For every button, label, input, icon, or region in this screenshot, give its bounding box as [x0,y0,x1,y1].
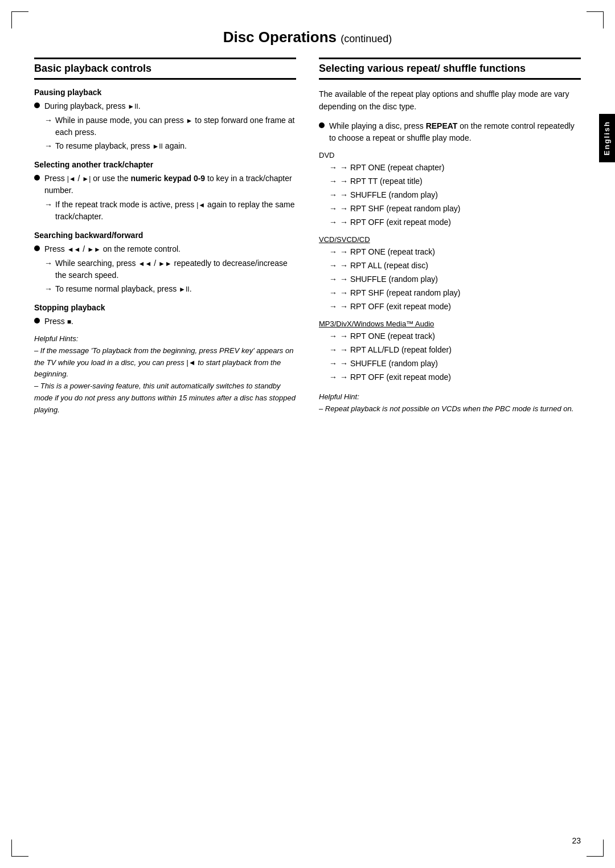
vcd-item-2-text: → RPT ALL (repeat disc) [340,260,428,272]
mp3-item-2-text: → RPT ALL/FLD (repeat folder) [340,344,452,356]
arrow-icon: → [329,287,337,299]
stopping-bullet: Press . [34,316,296,327]
searching-arrow2: → To resume normal playback, press . [44,283,296,295]
vcd-item-2: → → RPT ALL (repeat disc) [329,260,581,272]
title-text: Disc Operations [223,28,337,46]
helpful-hints: Helpful Hints: – If the message 'To play… [34,333,296,416]
dvd-item-3: → → SHUFFLE (random play) [329,189,581,201]
bullet-icon [34,175,40,181]
title-continued: (continued) [341,33,392,44]
left-column: Basic playback controls Pausing playback… [34,58,296,416]
corner-tr [587,11,604,28]
left-section-header: Basic playback controls [34,58,296,80]
arrow-icon: → [329,358,337,370]
arrow-icon: → [44,140,52,152]
dvd-item-2: → → RPT TT (repeat title) [329,175,581,187]
page-container: English Disc Operations (continued) Basi… [0,0,615,868]
vcd-item-1-text: → RPT ONE (repeat track) [340,246,435,258]
dvd-label: DVD [319,151,581,159]
right-section-header: Selecting various repeat/ shuffle functi… [319,58,581,80]
right-bullet-text: While playing a disc, press REPEAT on th… [329,120,581,144]
mp3-item-3: → → SHUFFLE (random play) [329,358,581,370]
next-icon [82,174,91,183]
vcd-item-4: → → RPT SHF (repeat random play) [329,287,581,299]
pausing-arrow2-text: To resume playback, press again. [55,140,187,152]
right-hint-label: Helpful Hint: [319,392,359,401]
arrow-icon: → [329,273,337,285]
hints-text2: – This is a power-saving feature, this u… [34,382,296,414]
arrow-icon: → [329,216,337,228]
right-intro: The available of the repeat play options… [319,88,581,113]
bullet-icon [34,245,40,251]
pausing-arrow2: → To resume playback, press again. [44,140,296,152]
stopping-header: Stopping playback [34,303,296,312]
ff-icon [87,244,101,253]
mp3-item-4-text: → RPT OFF (exit repeat mode) [340,371,451,383]
arrow-icon: → [329,189,337,201]
stopping-bullet-text: Press . [44,316,296,327]
arrow-icon: → [329,260,337,272]
vcd-item-4-text: → RPT SHF (repeat random play) [340,287,460,299]
right-helpful-hint: Helpful Hint: – Repeat playback is not p… [319,391,581,415]
play-pause-icon [128,101,138,110]
mp3-label: MP3/DivX/Windows Media™ Audio [319,320,581,328]
arrow-icon: → [329,246,337,258]
two-column-layout: Basic playback controls Pausing playback… [34,58,581,416]
play-pause-icon3 [179,284,190,293]
right-bullet: While playing a disc, press REPEAT on th… [319,120,581,144]
right-column: Selecting various repeat/ shuffle functi… [319,58,581,416]
mp3-section: MP3/DivX/Windows Media™ Audio → → RPT ON… [319,320,581,383]
mp3-item-3-text: → SHUFFLE (random play) [340,358,438,370]
dvd-item-1: → → RPT ONE (repeat chapter) [329,162,581,174]
searching-bullet: Press / on the remote control. [34,243,296,255]
mp3-item-4: → → RPT OFF (exit repeat mode) [329,371,581,383]
right-hint-text: – Repeat playback is not possible on VCD… [319,404,573,413]
prev-icon [67,174,76,183]
selecting-arrow1: → If the repeat track mode is active, pr… [44,199,296,223]
dvd-item-5-text: → RPT OFF (exit repeat mode) [340,216,451,228]
prev-icon2 [196,200,205,209]
searching-header: Searching backward/forward [34,231,296,240]
dvd-item-5: → → RPT OFF (exit repeat mode) [329,216,581,228]
vcd-label: VCD/SVCD/CD [319,235,581,244]
dvd-item-4: → → RPT SHF (repeat random play) [329,203,581,215]
corner-tl [11,11,28,28]
stop-icon [67,317,71,326]
vcd-item-5: → → RPT OFF (exit repeat mode) [329,301,581,313]
vcd-item-5-text: → RPT OFF (exit repeat mode) [340,301,451,313]
mp3-item-1: → → RPT ONE (repeat track) [329,330,581,342]
vcd-item-3-text: → SHUFFLE (random play) [340,273,438,285]
corner-bl [11,840,28,857]
arrow-icon: → [329,371,337,383]
dvd-item-1-text: → RPT ONE (repeat chapter) [340,162,444,174]
arrow-icon: → [329,203,337,215]
language-tab: English [599,114,615,162]
dvd-item-3-text: → SHUFFLE (random play) [340,189,438,201]
dvd-section: DVD → → RPT ONE (repeat chapter) → → RPT… [319,151,581,228]
hints-text1: – If the message 'To playback from the b… [34,346,293,379]
hints-label: Helpful Hints: [34,334,78,343]
pausing-bullet-text: During playback, press . [44,100,296,112]
arrow-icon: → [44,199,52,211]
vcd-item-3: → → SHUFFLE (random play) [329,273,581,285]
bullet-icon [34,103,40,108]
pausing-arrow1: → While in pause mode, you can press to … [44,114,296,138]
searching-arrow2-text: To resume normal playback, press . [55,283,192,295]
vcd-section: VCD/SVCD/CD → → RPT ONE (repeat track) →… [319,235,581,313]
rew-icon [67,244,81,253]
pausing-header: Pausing playback [34,88,296,97]
page-title: Disc Operations (continued) [34,23,581,46]
arrow-icon: → [329,344,337,356]
mp3-item-1-text: → RPT ONE (repeat track) [340,330,435,342]
play-icon [186,116,193,125]
selecting-bullet: Press / or use the numeric keypad 0-9 to… [34,173,296,196]
bullet-icon [34,318,40,324]
arrow-icon: → [329,301,337,313]
dvd-item-2-text: → RPT TT (repeat title) [340,175,423,187]
selecting-bullet-text: Press / or use the numeric keypad 0-9 to… [44,173,296,196]
arrow-icon: → [329,162,337,174]
page-number: 23 [572,836,581,845]
selecting-arrow1-text: If the repeat track mode is active, pres… [55,199,296,223]
arrow-icon: → [44,283,52,295]
vcd-item-1: → → RPT ONE (repeat track) [329,246,581,258]
